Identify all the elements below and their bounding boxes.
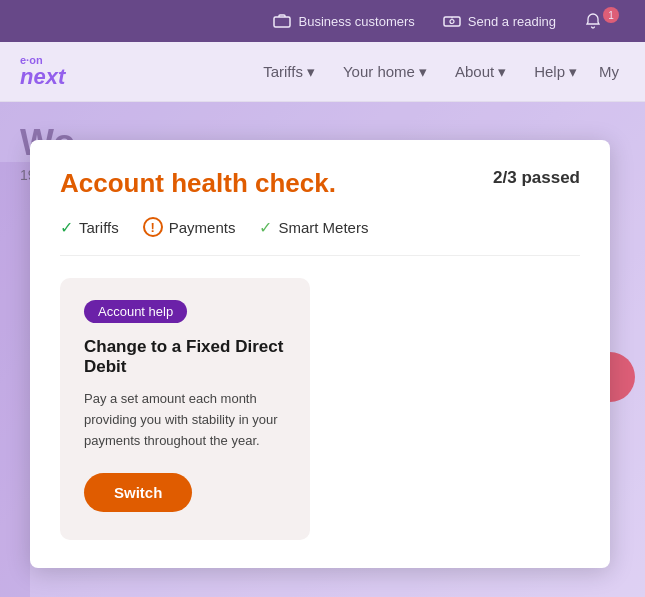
card-title: Change to a Fixed Direct Debit — [84, 337, 286, 377]
modal-passed: 2/3 passed — [493, 168, 580, 188]
card-description: Pay a set amount each month providing yo… — [84, 389, 286, 451]
check-tariffs: ✓ Tariffs — [60, 218, 119, 237]
check-payments-label: Payments — [169, 219, 236, 236]
account-help-card: Account help Change to a Fixed Direct De… — [60, 278, 310, 540]
switch-button[interactable]: Switch — [84, 473, 192, 512]
check-smart-meters: ✓ Smart Meters — [259, 218, 368, 237]
modal-checks: ✓ Tariffs ! Payments ✓ Smart Meters — [60, 217, 580, 256]
account-health-check-modal: Account health check. 2/3 passed ✓ Tarif… — [30, 140, 610, 568]
check-smart-meters-label: Smart Meters — [278, 219, 368, 236]
card-badge: Account help — [84, 300, 187, 323]
check-tariffs-icon: ✓ — [60, 218, 73, 237]
modal-overlay: Account health check. 2/3 passed ✓ Tarif… — [0, 0, 645, 597]
check-tariffs-label: Tariffs — [79, 219, 119, 236]
check-smart-meters-icon: ✓ — [259, 218, 272, 237]
check-payments: ! Payments — [143, 217, 236, 237]
check-payments-icon: ! — [143, 217, 163, 237]
modal-header: Account health check. 2/3 passed — [60, 168, 580, 199]
modal-title: Account health check. — [60, 168, 336, 199]
